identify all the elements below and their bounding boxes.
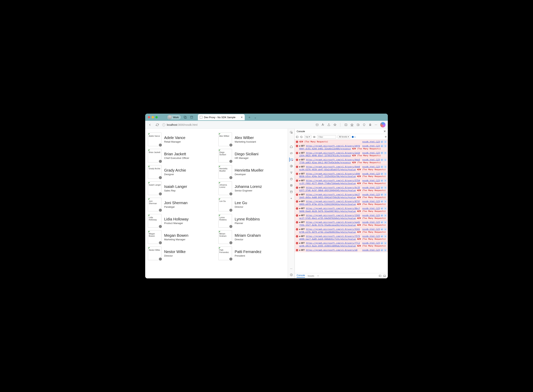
console-icon[interactable] [289,158,293,162]
expand-icon[interactable]: ▶ [299,207,301,210]
share-icon[interactable] [327,123,330,126]
browser-tab[interactable]: Dev Proxy - No SDK Sample ✕ [198,114,245,120]
back-button[interactable] [148,122,152,127]
close-window-button[interactable] [148,116,150,118]
more-menu-icon[interactable]: ··· [375,123,377,126]
expand-icon[interactable]: ▶ [299,242,301,244]
request-url[interactable]: https://graph.microsoft.com/v1.0/users/6… [299,166,360,171]
ai-badge-icon[interactable]: ai [381,173,383,175]
copilot-explain-icon[interactable]: ✦ [384,140,387,143]
workspaces-icon[interactable] [183,115,188,120]
ai-badge-icon[interactable]: ai [381,140,383,143]
maximize-window-button[interactable] [155,116,158,118]
source-link[interactable]: nosdk.html:123 [362,140,380,143]
source-link[interactable]: nosdk.html:123 [362,152,380,154]
network-icon[interactable] [289,170,293,175]
extensions-icon[interactable] [369,123,372,126]
tab-close-icon[interactable]: ✕ [241,116,243,119]
expand-icon[interactable]: ▶ [299,200,301,203]
sources-icon[interactable] [289,164,293,168]
console-error-row[interactable]: ✕✦ainosdk.html:123▶GET https://graph.mic… [295,241,388,248]
console-error-row[interactable]: ✕✦ainosdk.html:123▶GET https://graph.mic… [295,172,388,179]
copilot-explain-icon[interactable]: ✦ [384,207,387,210]
ai-badge-icon[interactable]: ai [381,200,383,203]
minimize-window-button[interactable] [152,116,154,118]
expand-icon[interactable]: ▶ [299,166,301,168]
console-error-row[interactable]: ✕✦ainosdk.html:123▶GET https://graph.mic… [295,165,388,172]
copilot-explain-icon[interactable]: ✦ [384,200,387,203]
request-url[interactable]: https://graph.microsoft.com/v1.0/users/1… [299,214,360,219]
performance-icon[interactable] [289,177,293,181]
source-link[interactable]: nosdk.html:123 [362,179,380,182]
expand-icon[interactable]: ▶ [299,221,301,224]
collections-icon[interactable] [357,123,360,126]
ai-badge-icon[interactable]: ai [381,145,383,147]
address-field[interactable]: i localhost:3000/nosdk.html [162,123,313,126]
request-url[interactable]: https://graph.microsoft.com/v1.0/users/d… [299,193,360,199]
copilot-explain-icon[interactable]: ✦ [384,221,387,224]
copilot-explain-icon[interactable]: ✦ [384,193,387,196]
console-error-row[interactable]: ✕✦ainosdk.html:123▶GET https://graph.mic… [295,248,388,252]
copilot-explain-icon[interactable]: ✦ [384,173,387,175]
shopping-icon[interactable] [316,123,319,126]
filter-input[interactable] [317,135,336,139]
source-link[interactable]: nosdk.html:123 [362,207,380,210]
source-link[interactable]: nosdk.html:123 [362,235,380,238]
read-aloud-icon[interactable]: A› [322,123,324,126]
request-url[interactable]: https://graph.microsoft.com/v1.0/users/9… [299,159,360,164]
expand-icon[interactable]: ▶ [299,193,301,196]
console-error-row[interactable]: ✕✦ainosdk.html:123▶GET https://graph.mic… [295,186,388,193]
ai-badge-icon[interactable]: ai [381,166,383,168]
more-tools-icon[interactable]: ··· [289,266,293,271]
copilot-explain-icon[interactable]: ✦ [384,179,387,182]
copilot-explain-icon[interactable]: ✦ [384,145,387,147]
request-url[interactable]: https://graph.microsoft.com/v1.0/users/5… [299,179,360,185]
copilot-explain-icon[interactable]: ✦ [384,242,387,244]
elements-icon[interactable] [289,151,293,155]
tab-overflow-icon[interactable]: ⌄ [253,115,257,120]
request-url[interactable]: https://graph.microsoft.com/v1.0/users/e… [306,249,357,251]
source-link[interactable]: nosdk.html:123 [362,193,380,196]
source-link[interactable]: nosdk.html:123 [362,159,380,161]
ai-badge-icon[interactable]: ai [381,242,383,244]
clear-console-icon[interactable] [300,135,303,138]
live-expression-icon[interactable] [313,135,316,138]
browser-essentials-icon[interactable] [363,123,366,126]
source-link[interactable]: nosdk.html:123 [362,228,380,231]
drawer-add-tab-icon[interactable]: ＋ [317,274,319,277]
request-url[interactable]: https://graph.microsoft.com/v1.0/users/2… [299,152,360,157]
ai-badge-icon[interactable]: ai [381,249,383,252]
source-link[interactable]: nosdk.html:123 [362,242,380,245]
copilot-explain-icon[interactable]: ✦ [384,228,387,231]
request-url[interactable]: https://graph.microsoft.com/v1.0/users/0… [299,186,360,192]
source-link[interactable]: nosdk.html:123 [362,186,380,189]
ai-badge-icon[interactable]: ai [381,186,383,189]
ai-badge-icon[interactable]: ai [381,159,383,161]
request-url[interactable]: https://graph.microsoft.com/v1.0/users/d… [299,145,360,150]
request-url[interactable]: https://graph.microsoft.com/v1.0/users/9… [299,228,360,233]
console-error-row[interactable]: ✕✦ainosdk.html:123▶GET https://graph.mic… [295,213,388,220]
expand-icon[interactable]: ▶ [299,249,301,251]
console-error-row[interactable]: ✕✦ainosdk.html:123▶GET https://graph.mic… [295,144,388,151]
source-link[interactable]: nosdk.html:123 [362,249,380,252]
welcome-icon[interactable] [289,145,293,149]
application-icon[interactable] [289,190,293,194]
add-panel-icon[interactable]: ＋ [289,196,293,200]
toggle-sidebar-icon[interactable] [296,135,299,138]
request-url[interactable]: https://graph.microsoft.com/v1.0/users/8… [299,207,360,212]
expand-icon[interactable]: ▶ [299,145,301,147]
favorites-bar-icon[interactable] [351,123,353,126]
expand-icon[interactable]: ▶ [299,152,301,154]
console-error-row[interactable]: ✕✦ainosdk.html:123▶GET https://graph.mic… [295,179,388,186]
drawer-errors-icon[interactable] [379,275,381,277]
drawer-dock-icon[interactable] [383,275,386,277]
request-url[interactable]: https://graph.microsoft.com/v1.0/users/e… [299,221,360,226]
refresh-button[interactable] [155,122,160,127]
source-link[interactable]: nosdk.html:123 [362,221,380,224]
drawer-tab-console[interactable]: Console [297,274,305,278]
expand-icon[interactable]: ▶ [299,179,301,182]
ai-badge-icon[interactable]: ai [381,214,383,217]
source-link[interactable]: nosdk.html:123 [362,173,380,175]
copilot-button[interactable] [380,122,385,127]
console-settings-icon[interactable]: ⚙ [385,135,387,138]
